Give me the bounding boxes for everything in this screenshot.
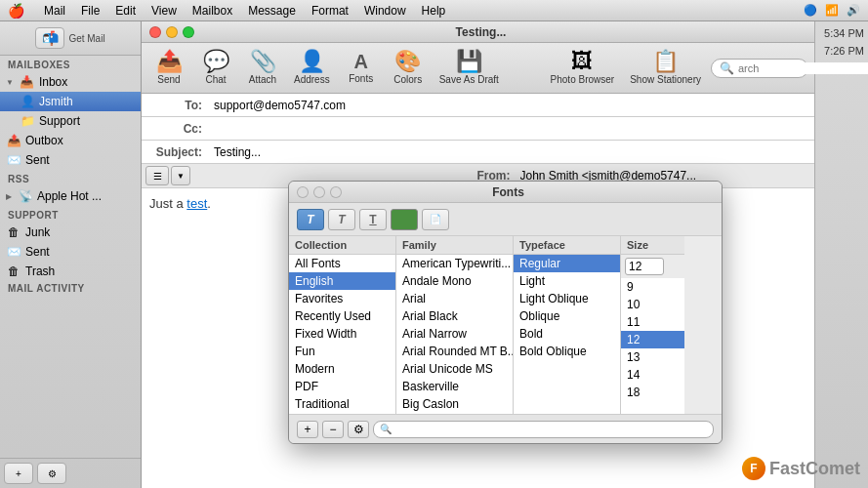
- collection-item[interactable]: English: [289, 272, 395, 290]
- family-item[interactable]: Arial Narrow: [396, 325, 513, 343]
- family-item[interactable]: Big Caslon: [396, 395, 513, 413]
- format-list-button[interactable]: ☰: [145, 166, 169, 185]
- menu-window[interactable]: Window: [356, 2, 414, 20]
- fonts-min-button[interactable]: [313, 186, 325, 198]
- format-dropdown[interactable]: ▼: [171, 166, 190, 185]
- sidebar-item-trash[interactable]: 🗑 Trash: [0, 262, 141, 281]
- typeface-item[interactable]: Bold Oblique: [514, 343, 620, 360]
- cc-input[interactable]: [210, 119, 814, 139]
- photo-browser-button[interactable]: 🖼 Photo Browser: [545, 48, 621, 88]
- typeface-item[interactable]: Light: [514, 272, 620, 290]
- typeface-item[interactable]: Oblique: [514, 307, 620, 325]
- menu-message[interactable]: Message: [240, 2, 304, 20]
- menu-format[interactable]: Format: [304, 2, 356, 20]
- collection-item[interactable]: Fun: [289, 343, 395, 360]
- typeface-list[interactable]: RegularLightLight ObliqueObliqueBoldBold…: [514, 255, 620, 414]
- close-button[interactable]: [149, 26, 161, 38]
- family-item[interactable]: Arial Black: [396, 307, 513, 325]
- typeface-item[interactable]: Bold: [514, 325, 620, 343]
- address-button[interactable]: 👤 Address: [288, 48, 336, 88]
- sidebar-item-sent2[interactable]: ✉️ Sent: [0, 242, 141, 262]
- fonts-settings-button[interactable]: ⚙: [348, 421, 369, 438]
- size-item[interactable]: 11: [621, 313, 684, 331]
- apple-menu-icon[interactable]: 🍎: [8, 3, 24, 19]
- collection-item[interactable]: Modern: [289, 360, 395, 378]
- fonts-remove-button[interactable]: −: [322, 421, 344, 438]
- save-draft-button[interactable]: 💾 Save As Draft: [434, 48, 505, 88]
- family-item[interactable]: Arial Rounded MT B...: [396, 343, 513, 360]
- attach-button[interactable]: 📎 Attach: [241, 48, 284, 88]
- minimize-button[interactable]: [166, 26, 178, 38]
- maximize-button[interactable]: [183, 26, 194, 38]
- family-item[interactable]: Baskerville: [396, 378, 513, 395]
- sidebar-item-junk[interactable]: 🗑 Junk: [0, 223, 141, 242]
- collection-item[interactable]: Favorites: [289, 290, 395, 307]
- to-input[interactable]: [210, 96, 814, 115]
- sidebar-item-outbox[interactable]: 📤 Outbox: [0, 131, 141, 150]
- family-item[interactable]: American Typewriti...: [396, 255, 513, 272]
- format-bold-button[interactable]: T: [297, 209, 324, 230]
- fonts-search-input[interactable]: [395, 424, 707, 435]
- typeface-item[interactable]: Light Oblique: [514, 290, 620, 307]
- family-item[interactable]: Arial Unicode MS: [396, 360, 513, 378]
- size-item[interactable]: 13: [621, 348, 684, 366]
- body-link[interactable]: test: [186, 196, 207, 211]
- menu-help[interactable]: Help: [414, 2, 454, 20]
- format-color-button[interactable]: [391, 209, 418, 230]
- collection-item[interactable]: PDF: [289, 378, 395, 395]
- rss-header: RSS: [0, 170, 141, 186]
- fonts-search-bar[interactable]: 🔍: [373, 421, 714, 438]
- fonts-add-button[interactable]: +: [297, 421, 318, 438]
- subject-input[interactable]: [210, 142, 814, 162]
- colors-button[interactable]: 🎨 Colors: [387, 48, 430, 88]
- sidebar-item-inbox[interactable]: ▼ 📥 Inbox: [0, 72, 141, 92]
- menu-file[interactable]: File: [73, 2, 107, 20]
- sent2-icon: ✉️: [6, 244, 21, 260]
- format-doc-button[interactable]: 📄: [422, 209, 449, 230]
- size-item[interactable]: 18: [621, 384, 684, 401]
- show-stationery-button[interactable]: 📋 Show Stationery: [624, 48, 707, 88]
- collection-item[interactable]: Traditional: [289, 395, 395, 413]
- add-mailbox-button[interactable]: +: [4, 463, 33, 484]
- format-underline-button[interactable]: T: [359, 209, 387, 230]
- search-input[interactable]: [738, 62, 868, 74]
- menu-mailbox[interactable]: Mailbox: [185, 2, 240, 20]
- get-mail-label: Get Mail: [68, 33, 104, 44]
- get-mail-button[interactable]: 📬: [35, 27, 64, 49]
- collection-item[interactable]: Fixed Width: [289, 325, 395, 343]
- family-header: Family: [396, 236, 513, 255]
- size-item[interactable]: 9: [621, 278, 684, 296]
- size-item[interactable]: 10: [621, 296, 684, 313]
- format-italic-button[interactable]: T: [328, 209, 355, 230]
- family-item[interactable]: Andale Mono: [396, 272, 513, 290]
- chat-icon: 💬: [203, 51, 229, 72]
- fonts-columns: Collection All FontsEnglishFavoritesRece…: [289, 236, 722, 414]
- sidebar-item-sent[interactable]: ✉️ Sent: [0, 150, 141, 170]
- family-item[interactable]: Arial: [396, 290, 513, 307]
- fonts-button[interactable]: A Fonts: [340, 49, 383, 87]
- size-item[interactable]: 14: [621, 366, 684, 384]
- family-list[interactable]: American Typewriti...Andale MonoArialAri…: [396, 255, 513, 414]
- collection-list[interactable]: All FontsEnglishFavoritesRecently UsedFi…: [289, 255, 395, 414]
- size-item[interactable]: 12: [621, 331, 684, 348]
- inbox-icon: 📥: [20, 74, 35, 90]
- sidebar-item-support[interactable]: 📁 Support: [0, 111, 141, 131]
- chat-button[interactable]: 💬 Chat: [194, 48, 237, 88]
- collection-item[interactable]: Recently Used: [289, 307, 395, 325]
- size-input[interactable]: [625, 258, 664, 275]
- photo-browser-label: Photo Browser: [551, 74, 615, 85]
- fonts-close-button[interactable]: [297, 186, 309, 198]
- fonts-max-button[interactable]: [330, 186, 342, 198]
- toolbar-search[interactable]: 🔍: [711, 59, 808, 78]
- sidebar-item-jsmith[interactable]: 👤 Jsmith: [0, 92, 141, 111]
- size-list[interactable]: 9101112131418: [621, 278, 684, 414]
- menu-edit[interactable]: Edit: [107, 2, 144, 20]
- typeface-item[interactable]: Regular: [514, 255, 620, 272]
- menu-mail[interactable]: Mail: [36, 2, 73, 20]
- menu-view[interactable]: View: [144, 2, 185, 20]
- fonts-panel-title: Fonts: [342, 185, 675, 199]
- sidebar-item-apple-hot[interactable]: ▶ 📡 Apple Hot ...: [0, 186, 141, 206]
- send-button[interactable]: 📤 Send: [147, 48, 190, 88]
- collection-item[interactable]: All Fonts: [289, 255, 395, 272]
- mailbox-settings-button[interactable]: ⚙: [37, 463, 66, 484]
